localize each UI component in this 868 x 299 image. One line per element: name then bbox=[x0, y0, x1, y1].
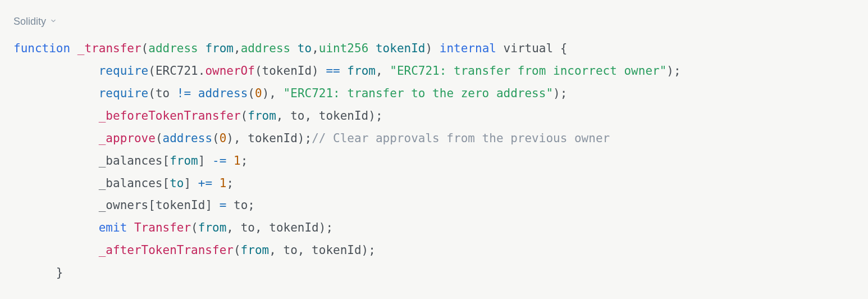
punc: ; bbox=[226, 176, 234, 190]
code-line: _balances[to] += 1; bbox=[13, 176, 234, 190]
code-line: _beforeTokenTransfer(from, to, tokenId); bbox=[13, 109, 383, 123]
fn: ownerOf bbox=[205, 64, 255, 78]
op: -= bbox=[212, 154, 226, 167]
punc: ( bbox=[191, 221, 198, 234]
ident: from bbox=[347, 64, 376, 78]
fn-name: _transfer bbox=[77, 42, 141, 55]
brace: } bbox=[56, 266, 63, 279]
code-line: _owners[tokenId] = to; bbox=[13, 198, 255, 212]
punc: ) bbox=[368, 109, 376, 123]
fn: Transfer bbox=[134, 221, 191, 234]
punc: ( bbox=[234, 243, 241, 257]
punc: ] bbox=[184, 176, 191, 190]
param: to bbox=[298, 42, 312, 55]
punc: ] bbox=[198, 154, 205, 167]
punc: ( bbox=[148, 64, 156, 78]
type: address bbox=[148, 42, 198, 55]
ident: from bbox=[170, 154, 198, 167]
punc: , bbox=[312, 42, 319, 55]
ident: from bbox=[248, 109, 276, 123]
kw: virtual bbox=[504, 42, 554, 55]
punc: , bbox=[304, 109, 312, 123]
code-line: _balances[from] -= 1; bbox=[13, 154, 248, 167]
ident: tokenId bbox=[248, 132, 298, 145]
punc: ; bbox=[241, 154, 248, 167]
punc: ) bbox=[319, 221, 326, 234]
punc: ) bbox=[362, 243, 369, 257]
kw-function: function bbox=[13, 42, 70, 55]
ident: to bbox=[241, 221, 255, 234]
punc: ) bbox=[553, 87, 560, 100]
punc: ( bbox=[156, 132, 163, 145]
punc: ( bbox=[241, 109, 248, 123]
punc: ( bbox=[148, 87, 156, 100]
ident: tokenId bbox=[319, 109, 369, 123]
fn: require bbox=[99, 87, 149, 100]
ident: to bbox=[234, 198, 248, 212]
punc: ; bbox=[376, 109, 383, 123]
param: tokenId bbox=[376, 42, 426, 55]
punc: , bbox=[269, 87, 276, 100]
fn: require bbox=[99, 64, 149, 78]
string: "ERC721: transfer to the zero address" bbox=[284, 87, 553, 100]
punc: [ bbox=[163, 176, 170, 190]
brace: { bbox=[560, 42, 568, 55]
ident: to bbox=[156, 87, 170, 100]
code-line: require(to != address(0), "ERC721: trans… bbox=[13, 87, 567, 100]
ident: from bbox=[198, 221, 227, 234]
code-line: } bbox=[13, 266, 63, 279]
ident: tokenId bbox=[312, 243, 362, 257]
param: from bbox=[205, 42, 234, 55]
punc: ) bbox=[262, 87, 269, 100]
ident: _balances bbox=[99, 154, 163, 167]
code-line: emit Transfer(from, to, tokenId); bbox=[13, 221, 333, 234]
punc: , bbox=[269, 243, 276, 257]
fn: _afterTokenTransfer bbox=[99, 243, 234, 257]
ident: to bbox=[170, 176, 184, 190]
punc: ) bbox=[425, 42, 432, 55]
op: += bbox=[198, 176, 212, 190]
punc: ( bbox=[248, 87, 255, 100]
punc: , bbox=[234, 42, 241, 55]
ident: _owners bbox=[99, 198, 149, 212]
num: 1 bbox=[234, 154, 241, 167]
punc: , bbox=[234, 132, 241, 145]
fn: _approve bbox=[99, 132, 156, 145]
punc: ) bbox=[666, 64, 674, 78]
code-line: _afterTokenTransfer(from, to, tokenId); bbox=[13, 243, 376, 257]
punc: . bbox=[198, 64, 205, 78]
punc: , bbox=[255, 221, 262, 234]
punc: [ bbox=[163, 154, 170, 167]
code-content: function _transfer(address from,address … bbox=[13, 38, 855, 284]
punc: ( bbox=[141, 42, 149, 55]
ident: from bbox=[241, 243, 269, 257]
num: 0 bbox=[220, 132, 227, 145]
code-block-container: Solidity function _transfer(address from… bbox=[0, 0, 868, 298]
op: != bbox=[177, 87, 191, 100]
ident: tokenId bbox=[269, 221, 319, 234]
punc: , bbox=[276, 109, 284, 123]
punc: ( bbox=[255, 64, 262, 78]
fn: address bbox=[198, 87, 248, 100]
punc: , bbox=[376, 64, 383, 78]
punc: , bbox=[226, 221, 234, 234]
fn: _beforeTokenTransfer bbox=[99, 109, 241, 123]
punc: ; bbox=[305, 132, 312, 145]
ident: ERC721 bbox=[156, 64, 198, 78]
code-line: function _transfer(address from,address … bbox=[13, 42, 567, 55]
punc: ] bbox=[205, 198, 212, 212]
punc: [ bbox=[148, 198, 156, 212]
ident: tokenId bbox=[262, 64, 312, 78]
comment: // Clear approvals from the previous own… bbox=[312, 132, 610, 145]
punc: , bbox=[298, 243, 305, 257]
chevron-down-icon bbox=[49, 12, 57, 31]
language-selector[interactable]: Solidity bbox=[13, 12, 57, 31]
punc: ) bbox=[298, 132, 305, 145]
op: = bbox=[220, 198, 227, 212]
ident: _balances bbox=[99, 176, 163, 190]
fn: address bbox=[163, 132, 213, 145]
punc: ) bbox=[226, 132, 234, 145]
type: address bbox=[241, 42, 291, 55]
num: 0 bbox=[255, 87, 262, 100]
kw: internal bbox=[440, 42, 496, 55]
